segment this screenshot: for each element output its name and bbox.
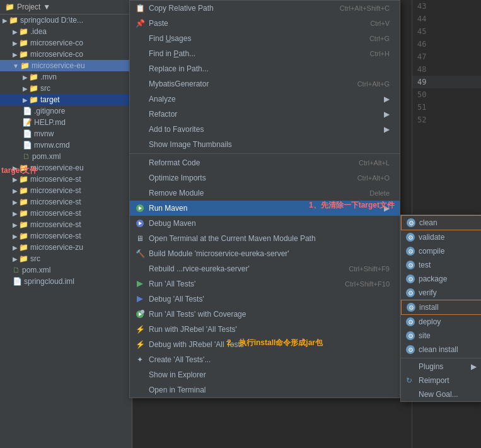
submenu-item-deploy[interactable]: ⚙ deploy [401,315,481,329]
menu-item-label: Find Usages [149,34,359,43]
tree-item[interactable]: ▶ 📁 microservice-zu [0,242,132,253]
submenu-item-new-goal[interactable]: New Goal... [401,387,481,401]
menu-item-find-in-path[interactable]: Find in Path... Ctrl+H [130,46,400,61]
submenu-item-test[interactable]: ⚙ test [401,258,481,272]
debug-maven-icon [135,218,145,228]
remove-icon [135,188,145,198]
menu-item-run-with-coverage[interactable]: Run 'All Tests' with Coverage [130,307,400,322]
explorer-icon [135,370,145,380]
menu-item-show-image-thumbnails[interactable]: Show Image Thumbnails [130,137,400,152]
menu-item-add-to-favorites[interactable]: Add to Favorites ▶ [130,122,400,137]
tree-item[interactable]: ▶ 📁 springcloud D:\te... [0,15,132,26]
tree-item[interactable]: 📄 mvnw [0,128,132,139]
tree-item[interactable]: 🗋 pom.xml [0,264,132,276]
menu-item-label: Show in Explorer [149,370,390,379]
tree-item-label: springcloud D:\te... [20,16,83,25]
submenu-item-verify[interactable]: ⚙ verify [401,286,481,300]
submenu-item-reimport[interactable]: ↻ Reimport [401,374,481,387]
menu-item-open-terminal[interactable]: 🖥 Open Terminal at the Current Maven Mod… [130,231,400,246]
menu-item-label: Find in Path... [149,49,360,58]
tree-item[interactable]: ▶ 📁 .mvn [0,71,132,83]
tree-item[interactable]: 📄 springcloud.iml [0,276,132,287]
tree-item-label: microservice-st [30,209,81,218]
tree-item[interactable]: ▶ 📁 microservice-st [0,174,132,185]
menu-item-show-in-explorer[interactable]: Show in Explorer [130,367,400,382]
submenu-item-label: install [419,303,439,312]
menu-item-run-maven[interactable]: Run Maven ▶ [130,201,400,216]
tree-item-label: microservice-co [30,38,83,47]
tree-item[interactable]: ▶ 📁 microservice-st [0,208,132,219]
submenu-item-site[interactable]: ⚙ site [401,329,481,343]
tree-item-label: microservice-zu [30,243,83,252]
project-sidebar: 📁 Project ▼ ▶ 📁 springcloud D:\te... ▶ 📁… [0,0,132,448]
menu-item-analyze[interactable]: Analyze ▶ [130,91,400,107]
submenu-arrow: ▶ [384,204,390,213]
tree-item-target[interactable]: ▶ 📁 target [0,94,132,105]
menu-item-reformat-code[interactable]: Reformat Code Ctrl+Alt+L [130,155,400,170]
tree-item[interactable]: ▶ 📁 microservice-st [0,196,132,208]
menu-item-refactor[interactable]: Refactor ▶ [130,107,400,122]
menu-item-remove-module[interactable]: Remove Module Delete [130,186,400,201]
tree-item[interactable]: ▶ 📁 microservice-st [0,185,132,196]
submenu-arrow: ▶ [384,125,390,134]
tree-item[interactable]: 📄 .gitignore [0,105,132,117]
menu-item-label: Run 'All Tests' with Coverage [149,310,390,319]
tree-item[interactable]: ▶ 📁 src [0,83,132,94]
menu-item-debug-jrebel[interactable]: ⚡ Debug with JRebel 'All Tests' [130,337,400,352]
tree-item[interactable]: ▶ 📁 microservice-eu [0,162,132,174]
submenu-item-install[interactable]: ⚙ install [401,300,481,315]
submenu-item-validate[interactable]: ⚙ validate [401,230,481,244]
sidebar-header: 📁 Project ▼ [0,0,132,15]
menu-item-paste[interactable]: 📌 Paste Ctrl+V [130,16,400,31]
menu-item-debug-maven[interactable]: Debug Maven [130,216,400,231]
paste-icon: 📌 [135,18,145,28]
tree-item[interactable]: ▶ 📁 microservice-st [0,219,132,230]
tree-item-label: src [30,254,40,263]
gear-icon: ⚙ [406,288,415,297]
menu-item-label: Optimize Imports [149,174,347,182]
menu-item-label: Show Image Thumbnails [149,140,390,149]
menu-item-label: Open Terminal at the Current Maven Modul… [149,234,390,243]
tree-item[interactable]: ▶ 📁 microservice-co [0,49,132,60]
menu-item-label: Refactor [149,110,381,119]
tree-item[interactable]: ▶ 📁 microservice-co [0,37,132,49]
menu-item-optimize-imports[interactable]: Optimize Imports Ctrl+Alt+O [130,170,400,186]
submenu-item-plugins[interactable]: Plugins ▶ [401,360,481,374]
menu-item-create-all-tests[interactable]: ✦ Create 'All Tests'... [130,352,400,367]
submenu-item-compile[interactable]: ⚙ compile [401,244,481,258]
menu-item-rebuild[interactable]: Rebuild ...rvice-eureka-server' Ctrl+Shi… [130,261,400,276]
submenu-item-clean[interactable]: ⚙ clean [401,215,481,230]
menu-item-run-all-tests[interactable]: Run 'All Tests' Ctrl+Shift+F10 [130,276,400,292]
submenu-item-label: New Goal... [419,390,458,399]
menu-item-copy-relative-path[interactable]: 📋 Copy Relative Path Ctrl+Alt+Shift+C [130,1,400,16]
tree-item[interactable]: ▶ 📁 microservice-st [0,230,132,242]
menu-item-build-module[interactable]: 🔨 Build Module 'microservice-eureka-serv… [130,246,400,261]
tree-item-microservice-eu[interactable]: ▼ 📁 microservice-eu [0,60,132,71]
tree-item[interactable]: ▶ 📁 .idea [0,26,132,37]
svg-marker-4 [137,281,143,287]
line-number: 51 [412,101,481,114]
menu-item-run-jrebel[interactable]: ⚡ Run with JRebel 'All Tests' [130,322,400,337]
terminal-icon: 🖥 [135,233,145,244]
submenu-item-clean-install[interactable]: ⚙ clean install [401,343,481,357]
sidebar-arrow[interactable]: ▼ [43,3,50,11]
submenu-item-label: Plugins [419,362,443,371]
tree-item-pomxml[interactable]: 🗋 pom.xml [0,151,132,162]
context-menu: 📋 Copy Relative Path Ctrl+Alt+Shift+C 📌 … [129,0,400,398]
submenu-item-package[interactable]: ⚙ package [401,272,481,286]
tree-item-label: microservice-eu [30,163,84,172]
tree-item[interactable]: 📄 mvnw.cmd [0,139,132,151]
menu-item-mybatis-generator[interactable]: MybatisGenerator Ctrl+Alt+G [130,76,400,91]
analyze-icon [135,94,145,104]
menu-shortcut: Ctrl+V [370,20,390,27]
rebuild-icon [135,264,145,274]
submenu-arrow: ▶ [384,110,390,119]
menu-item-replace-in-path[interactable]: Replace in Path... [130,61,400,76]
tree-item[interactable]: 📝 HELP.md [0,117,132,128]
menu-item-open-in-terminal[interactable]: Open in Terminal [130,382,400,398]
tree-item[interactable]: ▶ 📁 src [0,253,132,264]
tree-item-label: springcloud.iml [24,277,74,286]
copy-icon: 📋 [135,3,145,13]
menu-item-debug-all-tests[interactable]: Debug 'All Tests' [130,292,400,307]
menu-item-find-usages[interactable]: Find Usages Ctrl+G [130,31,400,46]
